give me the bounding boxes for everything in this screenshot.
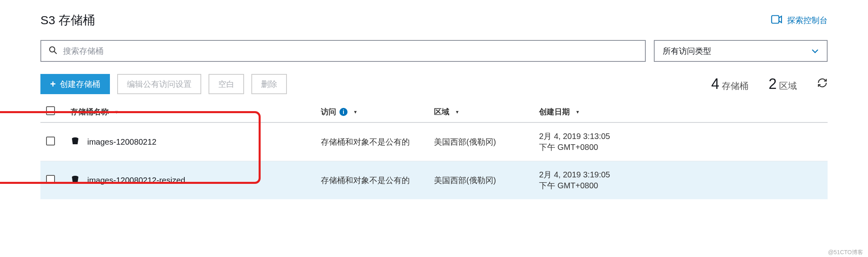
- created-cell: 2月 4, 2019 3:13:05下午 GMT+0800: [533, 122, 828, 161]
- bucket-icon: [70, 136, 80, 148]
- search-box[interactable]: [40, 40, 646, 62]
- refresh-icon[interactable]: [817, 78, 828, 91]
- search-input[interactable]: [63, 46, 638, 56]
- column-header-access[interactable]: 访问 i: [315, 101, 428, 122]
- select-all-checkbox[interactable]: [46, 106, 55, 115]
- bucket-icon: [70, 175, 80, 186]
- svg-line-2: [54, 51, 57, 53]
- region-cell: 美国西部(俄勒冈): [428, 122, 533, 161]
- delete-button[interactable]: 删除: [251, 74, 287, 94]
- column-header-created[interactable]: 创建日期: [533, 101, 828, 122]
- create-bucket-button[interactable]: + 创建存储桶: [40, 74, 110, 94]
- buckets-table: 存储桶名称 访问 i 区域 创建日期 images-120080212 存储桶和…: [40, 101, 828, 199]
- search-icon: [48, 46, 57, 57]
- access-filter-label: 所有访问类型: [663, 46, 711, 57]
- info-icon[interactable]: i: [339, 108, 348, 116]
- svg-rect-0: [772, 16, 779, 23]
- column-header-region[interactable]: 区域: [428, 101, 533, 122]
- create-bucket-label: 创建存储桶: [60, 79, 100, 90]
- access-cell: 存储桶和对象不是公有的: [315, 161, 428, 200]
- table-row[interactable]: images-120080212 存储桶和对象不是公有的 美国西部(俄勒冈) 2…: [40, 122, 828, 161]
- explore-console-link[interactable]: 探索控制台: [771, 15, 828, 26]
- bucket-name-link[interactable]: images-120080212-resized: [87, 176, 185, 185]
- region-cell: 美国西部(俄勒冈): [428, 161, 533, 200]
- row-checkbox[interactable]: [46, 137, 55, 145]
- video-icon: [771, 15, 782, 26]
- plus-icon: +: [50, 78, 56, 90]
- created-cell: 2月 4, 2019 3:19:05下午 GMT+0800: [533, 161, 828, 200]
- bucket-count-stat: 4存储桶: [711, 76, 748, 93]
- access-type-filter[interactable]: 所有访问类型: [654, 40, 828, 62]
- edit-public-access-button[interactable]: 编辑公有访问设置: [117, 74, 201, 94]
- chevron-down-icon: [811, 46, 819, 56]
- column-header-name[interactable]: 存储桶名称: [65, 101, 315, 122]
- region-count-stat: 2区域: [769, 76, 797, 93]
- svg-point-1: [50, 46, 55, 52]
- explore-console-label: 探索控制台: [787, 15, 828, 26]
- table-row[interactable]: images-120080212-resized 存储桶和对象不是公有的 美国西…: [40, 161, 828, 200]
- empty-button[interactable]: 空白: [209, 74, 244, 94]
- access-cell: 存储桶和对象不是公有的: [315, 122, 428, 161]
- bucket-name-link[interactable]: images-120080212: [87, 137, 156, 147]
- row-checkbox[interactable]: [46, 175, 55, 184]
- page-title: S3 存储桶: [40, 12, 95, 29]
